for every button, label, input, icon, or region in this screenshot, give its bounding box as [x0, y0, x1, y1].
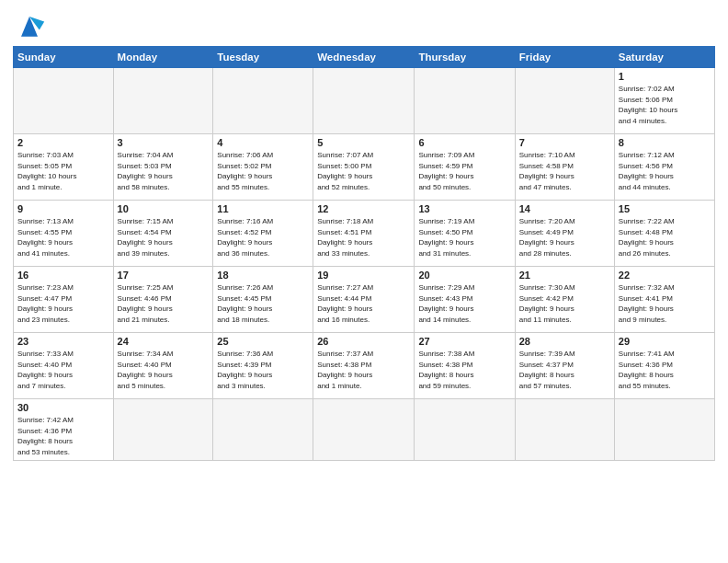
calendar-cell — [213, 68, 313, 134]
day-info: Sunrise: 7:06 AM Sunset: 5:02 PM Dayligh… — [217, 150, 309, 192]
day-number: 23 — [17, 336, 109, 347]
calendar-header-wednesday: Wednesday — [313, 47, 415, 68]
calendar: SundayMondayTuesdayWednesdayThursdayFrid… — [13, 46, 715, 461]
calendar-cell: 27Sunrise: 7:38 AM Sunset: 4:38 PM Dayli… — [415, 333, 515, 399]
day-number: 12 — [317, 203, 410, 214]
day-info: Sunrise: 7:03 AM Sunset: 5:05 PM Dayligh… — [17, 150, 109, 192]
day-info: Sunrise: 7:34 AM Sunset: 4:40 PM Dayligh… — [118, 349, 210, 391]
day-info: Sunrise: 7:20 AM Sunset: 4:49 PM Dayligh… — [519, 216, 610, 259]
day-number: 20 — [418, 270, 510, 281]
calendar-header-saturday: Saturday — [614, 47, 714, 68]
day-info: Sunrise: 7:25 AM Sunset: 4:46 PM Dayligh… — [118, 282, 210, 325]
day-info: Sunrise: 7:36 AM Sunset: 4:39 PM Dayligh… — [217, 349, 309, 391]
calendar-cell: 30Sunrise: 7:42 AM Sunset: 4:36 PM Dayli… — [14, 399, 114, 461]
calendar-cell — [313, 399, 415, 461]
day-number: 16 — [17, 270, 109, 281]
calendar-cell: 15Sunrise: 7:22 AM Sunset: 4:48 PM Dayli… — [614, 201, 714, 267]
calendar-cell — [213, 399, 313, 461]
day-number: 5 — [317, 137, 410, 148]
calendar-week-row: 1Sunrise: 7:02 AM Sunset: 5:06 PM Daylig… — [14, 68, 715, 134]
day-number: 6 — [418, 137, 510, 148]
day-info: Sunrise: 7:33 AM Sunset: 4:40 PM Dayligh… — [17, 349, 109, 391]
calendar-cell: 11Sunrise: 7:16 AM Sunset: 4:52 PM Dayli… — [213, 201, 313, 267]
calendar-cell — [113, 399, 213, 461]
day-number: 9 — [17, 203, 109, 214]
calendar-cell — [113, 68, 213, 134]
day-number: 19 — [317, 270, 410, 281]
day-number: 22 — [619, 270, 711, 281]
calendar-cell — [614, 399, 714, 461]
day-info: Sunrise: 7:30 AM Sunset: 4:42 PM Dayligh… — [519, 282, 610, 325]
calendar-cell: 16Sunrise: 7:23 AM Sunset: 4:47 PM Dayli… — [14, 267, 114, 333]
calendar-cell: 2Sunrise: 7:03 AM Sunset: 5:05 PM Daylig… — [14, 134, 114, 201]
calendar-cell: 17Sunrise: 7:25 AM Sunset: 4:46 PM Dayli… — [113, 267, 213, 333]
calendar-cell: 29Sunrise: 7:41 AM Sunset: 4:36 PM Dayli… — [614, 333, 714, 399]
calendar-cell: 1Sunrise: 7:02 AM Sunset: 5:06 PM Daylig… — [614, 68, 714, 134]
day-number: 21 — [519, 270, 610, 281]
calendar-cell — [14, 68, 114, 134]
day-number: 30 — [17, 402, 109, 413]
day-info: Sunrise: 7:19 AM Sunset: 4:50 PM Dayligh… — [418, 216, 510, 259]
calendar-header-monday: Monday — [113, 47, 213, 68]
logo-icon — [13, 13, 46, 39]
day-info: Sunrise: 7:37 AM Sunset: 4:38 PM Dayligh… — [317, 349, 410, 391]
day-number: 28 — [519, 336, 610, 347]
day-number: 27 — [418, 336, 510, 347]
calendar-cell: 22Sunrise: 7:32 AM Sunset: 4:41 PM Dayli… — [614, 267, 714, 333]
calendar-cell: 12Sunrise: 7:18 AM Sunset: 4:51 PM Dayli… — [313, 201, 415, 267]
day-info: Sunrise: 7:22 AM Sunset: 4:48 PM Dayligh… — [619, 216, 711, 259]
page: SundayMondayTuesdayWednesdayThursdayFrid… — [0, 0, 728, 563]
calendar-header-friday: Friday — [515, 47, 614, 68]
day-number: 29 — [619, 336, 711, 347]
day-info: Sunrise: 7:02 AM Sunset: 5:06 PM Dayligh… — [619, 84, 711, 126]
logo — [13, 13, 51, 39]
day-info: Sunrise: 7:23 AM Sunset: 4:47 PM Dayligh… — [17, 282, 109, 325]
day-number: 14 — [519, 203, 610, 214]
calendar-cell: 8Sunrise: 7:12 AM Sunset: 4:56 PM Daylig… — [614, 134, 714, 201]
day-info: Sunrise: 7:04 AM Sunset: 5:03 PM Dayligh… — [118, 150, 210, 192]
calendar-cell: 26Sunrise: 7:37 AM Sunset: 4:38 PM Dayli… — [313, 333, 415, 399]
day-info: Sunrise: 7:32 AM Sunset: 4:41 PM Dayligh… — [619, 282, 711, 325]
calendar-cell — [415, 68, 515, 134]
header — [13, 9, 715, 39]
calendar-cell: 13Sunrise: 7:19 AM Sunset: 4:50 PM Dayli… — [415, 201, 515, 267]
day-number: 25 — [217, 336, 309, 347]
day-info: Sunrise: 7:38 AM Sunset: 4:38 PM Dayligh… — [418, 349, 510, 391]
calendar-cell: 6Sunrise: 7:09 AM Sunset: 4:59 PM Daylig… — [415, 134, 515, 201]
calendar-cell — [415, 399, 515, 461]
day-info: Sunrise: 7:10 AM Sunset: 4:58 PM Dayligh… — [519, 150, 610, 192]
day-info: Sunrise: 7:27 AM Sunset: 4:44 PM Dayligh… — [317, 282, 410, 325]
day-number: 18 — [217, 270, 309, 281]
calendar-cell: 10Sunrise: 7:15 AM Sunset: 4:54 PM Dayli… — [113, 201, 213, 267]
day-number: 1 — [619, 71, 711, 82]
calendar-cell: 20Sunrise: 7:29 AM Sunset: 4:43 PM Dayli… — [415, 267, 515, 333]
calendar-cell: 28Sunrise: 7:39 AM Sunset: 4:37 PM Dayli… — [515, 333, 614, 399]
calendar-cell — [515, 399, 614, 461]
day-info: Sunrise: 7:42 AM Sunset: 4:36 PM Dayligh… — [17, 415, 109, 457]
calendar-header-thursday: Thursday — [415, 47, 515, 68]
calendar-cell — [313, 68, 415, 134]
calendar-cell: 3Sunrise: 7:04 AM Sunset: 5:03 PM Daylig… — [113, 134, 213, 201]
calendar-cell: 21Sunrise: 7:30 AM Sunset: 4:42 PM Dayli… — [515, 267, 614, 333]
day-number: 7 — [519, 137, 610, 148]
day-number: 26 — [317, 336, 410, 347]
day-info: Sunrise: 7:13 AM Sunset: 4:55 PM Dayligh… — [17, 216, 109, 259]
day-number: 17 — [118, 270, 210, 281]
day-info: Sunrise: 7:12 AM Sunset: 4:56 PM Dayligh… — [619, 150, 711, 192]
day-number: 13 — [418, 203, 510, 214]
calendar-week-row: 23Sunrise: 7:33 AM Sunset: 4:40 PM Dayli… — [14, 333, 715, 399]
day-info: Sunrise: 7:15 AM Sunset: 4:54 PM Dayligh… — [118, 216, 210, 259]
calendar-header-sunday: Sunday — [14, 47, 114, 68]
calendar-cell: 7Sunrise: 7:10 AM Sunset: 4:58 PM Daylig… — [515, 134, 614, 201]
day-info: Sunrise: 7:16 AM Sunset: 4:52 PM Dayligh… — [217, 216, 309, 259]
day-info: Sunrise: 7:41 AM Sunset: 4:36 PM Dayligh… — [619, 349, 711, 391]
day-info: Sunrise: 7:29 AM Sunset: 4:43 PM Dayligh… — [418, 282, 510, 325]
calendar-header-row: SundayMondayTuesdayWednesdayThursdayFrid… — [14, 47, 715, 68]
day-number: 11 — [217, 203, 309, 214]
calendar-header-tuesday: Tuesday — [213, 47, 313, 68]
calendar-cell: 5Sunrise: 7:07 AM Sunset: 5:00 PM Daylig… — [313, 134, 415, 201]
calendar-cell: 9Sunrise: 7:13 AM Sunset: 4:55 PM Daylig… — [14, 201, 114, 267]
day-number: 10 — [118, 203, 210, 214]
day-info: Sunrise: 7:09 AM Sunset: 4:59 PM Dayligh… — [418, 150, 510, 192]
calendar-week-row: 2Sunrise: 7:03 AM Sunset: 5:05 PM Daylig… — [14, 134, 715, 201]
